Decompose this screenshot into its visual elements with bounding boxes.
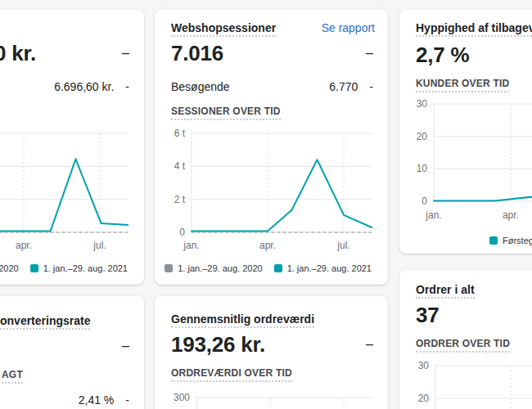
aov-chart: 300 [155,390,388,409]
orders-value-row: 37 [416,303,532,327]
legend-swatch-teal [489,236,498,245]
aov-value-row: 193,26 kr. – [171,332,373,357]
aov-chart-caption[interactable]: ORDREVÆRDI OVER TID [171,368,292,382]
svg-text:30: 30 [417,98,428,110]
analytics-dashboard: { "colors": { "background": "#f6f6f7", "… [0,0,532,409]
total-sales-value-row: 0 kr. – [0,41,129,65]
svg-text:jul.: jul. [336,240,349,251]
orders-title[interactable]: Ordrer i alt [416,283,475,299]
visitors-dash: - [369,80,373,93]
legend-label: 1. jan.–29. aug. 2021 [43,263,128,273]
svg-text:0: 0 [179,227,185,238]
card-returning-customer-rate: Hyppighed af tilbagevendende kunder 2,7 … [399,10,532,254]
svg-text:30: 30 [418,360,430,371]
conversion-value-row: – [0,334,129,358]
returning-header: Hyppighed af tilbagevendende kunder [416,21,532,37]
svg-text:2 t: 2 t [174,194,186,205]
sessions-title[interactable]: Webshopsessioner [171,21,276,37]
total-sales-chart: apr.jul. [0,124,144,268]
visitors-value: 6.770 [329,80,358,93]
returning-legend: Førstegangskunder [489,236,532,245]
legend-label: Førstegangskunder [503,236,532,245]
returning-title[interactable]: Hyppighed af tilbagevendende kunder [416,21,532,37]
card-total-sales: 0 kr. – 6.696,60 kr. - apr.jul. 1. jan.–… [0,10,144,285]
svg-text:300: 300 [174,392,190,403]
svg-text:apr.: apr. [259,240,276,251]
total-sales-sub-dash: - [125,80,129,93]
conversion-rate-dash: - [125,393,129,407]
legend-swatch-gray [165,264,173,272]
card-webshop-sessions: Webshopsessioner Se rapport 7.016 – Besø… [155,10,388,285]
customers-chart: 0102030jan.apr. [399,96,532,230]
svg-text:0: 0 [422,196,427,207]
orders-header: Ordrer i alt [416,283,532,299]
conversion-rate-value: 2,41 % [79,393,115,407]
sessions-value: 7.016 [171,41,223,66]
sessions-value-row: 7.016 – [171,41,373,65]
total-sales-sub-value: 6.696,60 kr. [54,80,114,93]
aov-header: Gennemsnitlig ordreværdi [171,312,375,328]
sessions-compare-dash: – [366,46,373,61]
svg-text:20: 20 [418,393,430,404]
aov-value: 193,26 kr. [171,332,265,357]
sessions-chart-caption[interactable]: SESSIONER OVER TID [171,106,281,120]
svg-text:20: 20 [417,131,428,142]
legend-label: 1. jan.–29. aug. 2020 [0,263,19,273]
aov-compare-dash: – [366,337,373,352]
sessions-legend: 1. jan.–29. aug. 2020 1. jan.–29. aug. 2… [165,263,372,273]
svg-text:4 t: 4 t [174,160,186,172]
aov-title[interactable]: Gennemsnitlig ordreværdi [171,312,314,328]
total-sales-compare-dash: – [122,46,129,61]
card-average-order-value: Gennemsnitlig ordreværdi 193,26 kr. – OR… [155,296,388,409]
svg-text:jan.: jan. [425,209,441,221]
svg-text:apr.: apr. [503,209,519,221]
visitors-label: Besøgende [171,80,329,93]
card-conversion-rate: onverteringsrate – AGT 2,41 % - [0,296,144,409]
svg-text:jul.: jul. [92,240,106,251]
see-report-link[interactable]: Se rapport [322,21,375,34]
returning-chart-caption[interactable]: KUNDER OVER TID [416,79,509,92]
conversion-funnel-caption[interactable]: AGT [2,370,23,384]
conversion-rate-row: 2,41 % - [0,393,129,407]
svg-text:apr.: apr. [16,240,32,251]
legend-item-2020: 1. jan.–29. aug. 2020 [165,263,262,273]
sessions-chart: 02 t4 t6 tjan.apr.jul. [155,124,388,268]
legend-item-2020: 1. jan.–29. aug. 2020 [0,263,19,273]
orders-chart-caption[interactable]: ORDRER OVER TID [416,339,510,353]
legend-label: 1. jan.–29. aug. 2021 [287,263,372,273]
total-sales-sub-row: 6.696,60 kr. - [0,80,129,93]
conversion-title[interactable]: onverteringsrate [0,314,90,330]
visitors-row: Besøgende 6.770 - [171,80,373,93]
svg-text:jan.: jan. [183,240,199,251]
returning-value: 2,7 % [416,43,470,68]
legend-item-2021: 1. jan.–29. aug. 2021 [30,263,128,273]
returning-value-row: 2,7 % [416,43,532,67]
card-orders-total: Ordrer i alt 37 ORDRER OVER TID 3020 [399,270,532,409]
total-sales-legend: 1. jan.–29. aug. 2020 1. jan.–29. aug. 2… [0,263,128,273]
legend-label: 1. jan.–29. aug. 2020 [178,263,262,273]
legend-item-2021: 1. jan.–29. aug. 2021 [274,263,372,273]
total-sales-value: 0 kr. [0,41,36,66]
legend-swatch-teal [30,264,38,272]
orders-value: 37 [416,303,440,328]
svg-text:6 t: 6 t [174,128,186,139]
sessions-header: Webshopsessioner Se rapport [171,21,375,37]
conversion-compare-dash: – [122,339,129,353]
legend-swatch-teal [274,264,282,272]
legend-item-first-time: Førstegangskunder [489,236,532,245]
svg-text:10: 10 [417,163,428,174]
orders-chart: 3020 [399,360,532,409]
